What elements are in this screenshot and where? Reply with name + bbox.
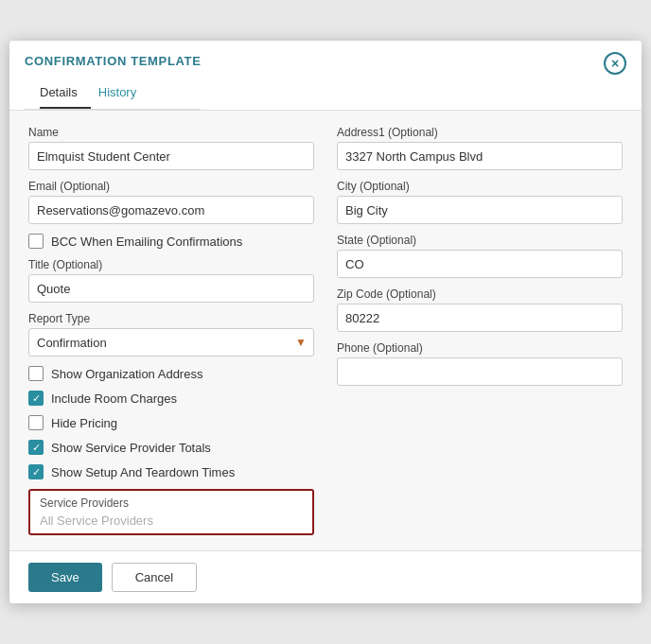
phone-input[interactable] [337,357,623,386]
show-setup-teardown-checkbox[interactable] [28,464,44,479]
phone-label: Phone (Optional) [337,341,623,355]
service-providers-box: Service Providers All Service Providers [28,489,314,535]
show-org-address-checkbox[interactable] [28,366,44,381]
bcc-checkbox-row: BCC When Emailing Confirmations [28,234,314,249]
tabs: Details History [25,78,201,110]
tab-history[interactable]: History [98,78,150,109]
city-group: City (Optional) [337,180,623,224]
zip-group: Zip Code (Optional) [337,287,623,332]
hide-pricing-checkbox[interactable] [28,415,44,430]
city-input[interactable] [337,196,623,224]
title-label: Title (Optional) [28,258,314,271]
form-grid: Name Email (Optional) BCC When Emailing … [28,126,623,535]
show-org-address-label: Show Organization Address [51,367,202,381]
bcc-checkbox[interactable] [28,234,44,249]
name-label: Name [28,126,314,139]
include-room-charges-checkbox[interactable] [28,391,44,406]
modal-title: CONFIRMATION TEMPLATE [25,54,201,78]
close-button[interactable]: × [604,52,626,75]
report-type-group: Report Type Confirmation Quote Invoice ▼ [28,312,314,357]
modal-body: Name Email (Optional) BCC When Emailing … [9,111,642,550]
city-label: City (Optional) [337,180,623,193]
service-providers-label: Service Providers [40,496,303,510]
report-type-select[interactable]: Confirmation Quote Invoice [28,328,314,357]
left-column: Name Email (Optional) BCC When Emailing … [28,126,314,535]
zip-input[interactable] [337,304,623,332]
show-sp-totals-checkbox[interactable] [28,440,44,455]
checkbox-row-3: Show Service Provider Totals [28,440,314,455]
modal-footer: Save Cancel [9,550,642,603]
state-group: State (Optional) [337,234,623,278]
name-group: Name [28,126,314,170]
right-column: Address1 (Optional) City (Optional) Stat… [337,126,623,535]
name-input[interactable] [28,142,314,170]
modal-header: CONFIRMATION TEMPLATE Details History × [9,41,642,111]
checkbox-row-0: Show Organization Address [28,366,314,381]
email-input[interactable] [28,196,314,224]
address1-input[interactable] [337,142,623,170]
checkbox-row-1: Include Room Charges [28,391,314,406]
checkbox-row-4: Show Setup And Teardown Times [28,464,314,479]
state-label: State (Optional) [337,234,623,247]
service-providers-placeholder[interactable]: All Service Providers [40,513,303,528]
show-setup-teardown-label: Show Setup And Teardown Times [51,465,235,479]
phone-group: Phone (Optional) [337,341,623,386]
title-group: Title (Optional) [28,258,314,303]
tab-details[interactable]: Details [40,78,91,109]
report-type-wrapper: Confirmation Quote Invoice ▼ [28,328,314,357]
include-room-charges-label: Include Room Charges [51,392,177,406]
report-type-label: Report Type [28,312,314,325]
hide-pricing-label: Hide Pricing [51,416,117,430]
address1-group: Address1 (Optional) [337,126,623,170]
bcc-label: BCC When Emailing Confirmations [51,235,242,249]
checkbox-row-2: Hide Pricing [28,415,314,430]
zip-label: Zip Code (Optional) [337,287,623,301]
checkboxes-section: Show Organization Address Include Room C… [28,366,314,479]
modal-container: CONFIRMATION TEMPLATE Details History × … [9,41,642,603]
cancel-button[interactable]: Cancel [112,563,197,592]
address1-label: Address1 (Optional) [337,126,623,139]
save-button[interactable]: Save [28,563,102,592]
state-input[interactable] [337,250,623,278]
email-group: Email (Optional) [28,180,314,224]
show-sp-totals-label: Show Service Provider Totals [51,441,211,455]
title-input[interactable] [28,274,314,303]
email-label: Email (Optional) [28,180,314,193]
